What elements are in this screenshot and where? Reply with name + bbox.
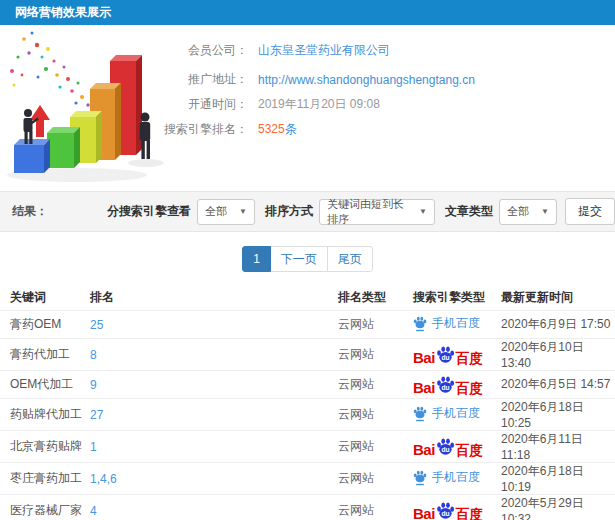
mobile-baidu-label: 手机百度 — [432, 405, 480, 422]
sort-select-value: 关键词由短到长排序 — [327, 197, 412, 227]
pagination: 1 下一页 尾页 — [0, 246, 615, 272]
updated-time-cell: 2020年5月29日 10:32 — [501, 495, 615, 520]
bar-blue — [14, 139, 50, 173]
search-engine-cell: Baidu百度 — [413, 371, 501, 399]
page-title: 网络营销效果展示 — [15, 5, 111, 19]
svg-text:du: du — [441, 354, 449, 361]
last-page-button[interactable]: 尾页 — [327, 246, 373, 272]
baidu-du-paw-icon: du — [436, 501, 455, 520]
company-link[interactable]: 山东皇圣堂药业有限公司 — [258, 42, 390, 59]
open-time-label: 开通时间： — [158, 96, 248, 113]
baidu-bai-text: Bai — [413, 350, 435, 365]
baidu-logo: Baidu百度 — [413, 499, 483, 520]
baidu-cn-text: 百度 — [456, 352, 483, 366]
search-engine-cell: 手机百度 — [413, 399, 501, 431]
rank-count: 5325 — [258, 122, 285, 136]
table-row: 膏药OEM 25 云网站 手机百度 2020年6月9日 17:50 — [0, 311, 615, 339]
table-row: OEM代加工 9 云网站 Baidu百度 2020年6月5日 14:57 — [0, 371, 615, 399]
search-engine-cell: Baidu百度 — [413, 339, 501, 371]
table-row: 医疗器械厂家 4 云网站 Baidu百度 2020年5月29日 10:32 — [0, 495, 615, 520]
updated-time-cell: 2020年6月18日 10:19 — [501, 463, 615, 495]
svg-text:du: du — [441, 446, 449, 453]
updated-time-cell: 2020年6月10日 13:40 — [501, 339, 615, 371]
rank-link[interactable]: 8 — [90, 339, 338, 371]
header-rank-type: 排名类型 — [338, 284, 413, 311]
rank-type-cell: 云网站 — [338, 399, 413, 431]
businessman-right — [140, 113, 150, 160]
next-page-button[interactable]: 下一页 — [270, 246, 328, 272]
company-row: 会员公司： 山东皇圣堂药业有限公司 — [158, 38, 475, 63]
table-row: 北京膏药贴牌 1 云网站 Baidu百度 2020年6月11日 11:18 — [0, 431, 615, 463]
svg-text:du: du — [441, 384, 449, 391]
mobile-baidu-logo: 手机百度 — [413, 469, 480, 486]
rank-link[interactable]: 4 — [90, 495, 338, 520]
baidu-logo: Baidu百度 — [413, 435, 483, 457]
promo-url-label: 推广地址： — [158, 71, 248, 88]
table-row: 药贴牌代加工 27 云网站 手机百度 2020年6月18日 10:25 — [0, 399, 615, 431]
result-label: 结果： — [12, 203, 48, 220]
baidu-du-paw-icon: du — [436, 375, 455, 394]
mobile-baidu-label: 手机百度 — [432, 469, 480, 486]
rank-type-cell: 云网站 — [338, 431, 413, 463]
bar-green — [47, 127, 80, 168]
title-bar: 网络营销效果展示 — [0, 0, 615, 25]
submit-button[interactable]: 提交 — [565, 198, 615, 225]
type-filter-label: 文章类型 — [445, 203, 493, 220]
engine-rank-row: 搜索引擎排名： 5325条 — [158, 117, 475, 142]
filter-controls: 分搜索引擎查看 全部 ▼ 排序方式 关键词由短到长排序 ▼ 文章类型 全部 ▼ … — [97, 198, 615, 225]
engine-rank-label: 搜索引擎排名： — [158, 121, 248, 138]
mobile-baidu-logo: 手机百度 — [413, 315, 480, 332]
svg-text:du: du — [441, 510, 449, 517]
baidu-logo: Baidu百度 — [413, 373, 483, 395]
keyword-cell: 膏药代加工 — [0, 339, 90, 371]
chevron-down-icon: ▼ — [534, 207, 549, 216]
header-keyword: 关键词 — [0, 284, 90, 311]
header-rank: 排名 — [90, 284, 338, 311]
results-table: 关键词 排名 排名类型 搜索引擎类型 最新更新时间 膏药OEM 25 云网站 手… — [0, 284, 615, 520]
filter-bar: 结果： 分搜索引擎查看 全部 ▼ 排序方式 关键词由短到长排序 ▼ 文章类型 全… — [0, 191, 615, 232]
engine-select-value: 全部 — [205, 204, 227, 219]
article-type-select[interactable]: 全部 ▼ — [499, 199, 557, 225]
header-updated: 最新更新时间 — [501, 284, 615, 311]
rank-type-cell: 云网站 — [338, 339, 413, 371]
baidu-cn-text: 百度 — [456, 508, 483, 520]
baidu-paw-icon — [413, 469, 427, 486]
page-button-current[interactable]: 1 — [242, 246, 271, 272]
rank-type-cell: 云网站 — [338, 371, 413, 399]
mobile-baidu-logo: 手机百度 — [413, 405, 480, 422]
rank-type-cell: 云网站 — [338, 311, 413, 339]
sort-filter-label: 排序方式 — [265, 203, 313, 220]
rank-link[interactable]: 1,4,6 — [90, 463, 338, 495]
keyword-cell: 医疗器械厂家 — [0, 495, 90, 520]
promo-url-link[interactable]: http://www.shandonghuangshengtang.cn — [258, 73, 475, 87]
baidu-cn-text: 百度 — [456, 382, 483, 396]
keyword-cell: 药贴牌代加工 — [0, 399, 90, 431]
baidu-logo: Baidu百度 — [413, 343, 483, 365]
keyword-cell: 枣庄膏药加工 — [0, 463, 90, 495]
keyword-cell: 膏药OEM — [0, 311, 90, 339]
baidu-bai-text: Bai — [413, 380, 435, 395]
keyword-cell: OEM代加工 — [0, 371, 90, 399]
rank-type-cell: 云网站 — [338, 463, 413, 495]
updated-time-cell: 2020年6月5日 14:57 — [501, 371, 615, 399]
baidu-bai-text: Bai — [413, 442, 435, 457]
rank-link[interactable]: 9 — [90, 371, 338, 399]
rank-link[interactable]: 1 — [90, 431, 338, 463]
engine-filter-label: 分搜索引擎查看 — [107, 203, 191, 220]
sort-select[interactable]: 关键词由短到长排序 ▼ — [319, 199, 435, 225]
header-engine-type: 搜索引擎类型 — [413, 284, 501, 311]
baidu-du-paw-icon: du — [436, 345, 455, 364]
rank-link[interactable]: 25 — [90, 311, 338, 339]
updated-time-cell: 2020年6月11日 11:18 — [501, 431, 615, 463]
rank-type-cell: 云网站 — [338, 495, 413, 520]
rank-link[interactable]: 27 — [90, 399, 338, 431]
baidu-bai-text: Bai — [413, 506, 435, 520]
engine-select[interactable]: 全部 ▼ — [197, 199, 255, 225]
confetti-dots — [10, 32, 97, 113]
baidu-cn-text: 百度 — [456, 444, 483, 458]
baidu-paw-icon — [413, 315, 427, 332]
baidu-du-paw-icon: du — [436, 437, 455, 456]
keyword-cell: 北京膏药贴牌 — [0, 431, 90, 463]
open-time-value: 2019年11月20日 09:08 — [258, 96, 380, 113]
search-engine-cell: 手机百度 — [413, 311, 501, 339]
